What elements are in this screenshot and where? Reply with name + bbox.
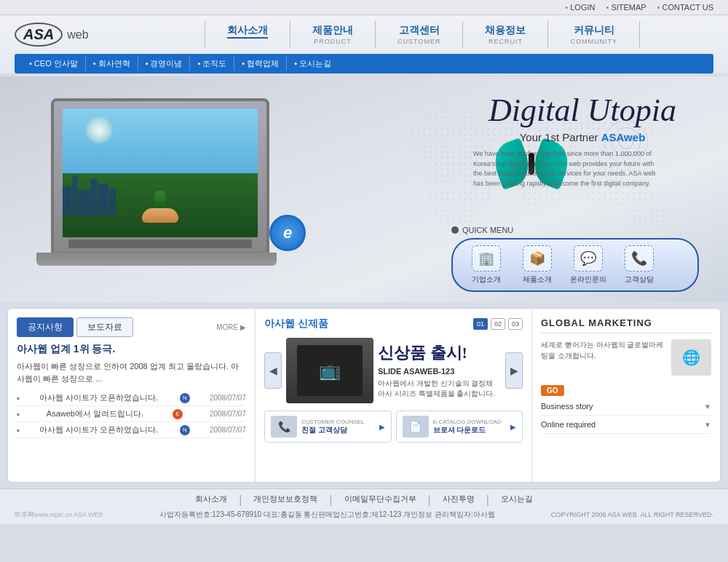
- news-panel: 공지사항 보도자료 MORE ▶ 아사웹 업계 1위 등극. 아사웹이 빠른 성…: [8, 309, 256, 482]
- list-item[interactable]: 아사웹 사이트가 오픈하였습니다. N 2008/07/07: [17, 422, 246, 438]
- products-icon: 📦: [523, 245, 552, 272]
- qm-support[interactable]: 📞 고객상담: [617, 245, 661, 285]
- nav-item-customer[interactable]: 고객센터 CUSTOMER: [376, 21, 463, 48]
- download-arrow: ▶: [510, 423, 516, 431]
- catalog-download[interactable]: 📄 E-CATALOG DOWNLOAD 브로셔 다운로드 ▶: [396, 411, 523, 443]
- logo-oval: ASA: [15, 23, 63, 47]
- hero-subtitle: Your 1st Partner ASAweb: [473, 131, 692, 143]
- slider-next[interactable]: ▶: [505, 352, 523, 389]
- product-name: SLIDE ASAWEB-123: [378, 367, 501, 376]
- subnav-ceo[interactable]: CEO 인사말: [22, 57, 86, 71]
- footer-watermark: 昨享网www.nipic.cn ASA WEB: [15, 510, 103, 520]
- footer-info: 사업자등록번호:123-45-678910 대표:홍길동 통신판매업신고번호:제…: [159, 510, 495, 520]
- business-story-link[interactable]: Business story ▼: [541, 402, 711, 416]
- product-section-title: 신제품: [298, 317, 328, 329]
- header: ASA web 회사소개 제품안내 PRODUCT 고객센터 CUSTOMER …: [0, 15, 728, 74]
- nav-item-recruit[interactable]: 채용정보 RECRUIT: [463, 21, 548, 48]
- panel-header: 아사웹 신제품 01 02 03: [264, 317, 523, 331]
- laptop-base: [36, 253, 277, 266]
- top-bar: LOGIN SITEMAP CONTACT US: [0, 0, 728, 15]
- dot-3[interactable]: 03: [508, 318, 523, 330]
- customer-counsel[interactable]: 📞 CUSTOMER COUNSEL 친절 고객상담 ▶: [264, 411, 392, 443]
- footer-link-privacy[interactable]: 개인정보보호정책: [253, 494, 317, 507]
- product-services: 📞 CUSTOMER COUNSEL 친절 고객상담 ▶ 📄 E-CATALOG…: [264, 411, 523, 443]
- list-item[interactable]: Asaweb에서 알려드립니다. E 2008/07/07: [17, 406, 246, 422]
- hero-brand: ASAweb: [601, 131, 646, 143]
- counsel-icon: 📞: [271, 416, 297, 438]
- main-nav: 회사소개 제품안내 PRODUCT 고객센터 CUSTOMER 채용정보 REC…: [131, 21, 713, 48]
- news-more[interactable]: MORE ▶: [216, 323, 246, 331]
- footer-copyright: COPYRIGHT 2008 ASA WEB. ALL RIGHT RESERV…: [551, 511, 713, 518]
- go-button[interactable]: GO: [541, 385, 564, 396]
- counsel-arrow: ▶: [379, 423, 385, 431]
- sitemap-link[interactable]: SITEMAP: [606, 3, 646, 12]
- subnav-philosophy[interactable]: 경영이념: [138, 57, 191, 71]
- footer-link-photo[interactable]: 사진투명: [443, 494, 475, 507]
- footer-link-company[interactable]: 회사소개: [195, 494, 227, 507]
- footer-link-email[interactable]: 이메일무단수집거부: [344, 494, 416, 507]
- bottom-section: 공지사항 보도자료 MORE ▶ 아사웹 업계 1위 등극. 아사웹이 빠른 성…: [7, 308, 721, 483]
- product-info: 신상품 출시! SLIDE ASAWEB-123 아사웹에서 개발한 신기술의 …: [378, 342, 501, 399]
- footer: 회사소개 | 개인정보보호정책 | 이메일무단수집거부 | 사진투명 | 오시는…: [0, 488, 728, 524]
- nav-item-company[interactable]: 회사소개: [205, 21, 290, 48]
- product-korean-title: 신상품 출시!: [378, 342, 501, 364]
- ie-logo: e: [269, 215, 306, 251]
- footer-link-directions[interactable]: 오시는길: [501, 494, 533, 507]
- tab-notice[interactable]: 공지사항: [17, 317, 74, 337]
- global-title: GLOBAL MARKETING: [541, 317, 711, 333]
- footer-links: 회사소개 | 개인정보보호정책 | 이메일무단수집거부 | 사진투명 | 오시는…: [15, 494, 713, 507]
- quick-menu-box: 🏢 기업소개 📦 제품소개 💬 온라인문의 📞 고객상담: [451, 238, 699, 292]
- product-panel: 아사웹 신제품 01 02 03 ◀ 📺 신상품 출시! SLIDE ASAWE…: [256, 309, 532, 482]
- global-panel: GLOBAL MARKETING 세계로 뻗어가는 아사웹의 글로벌마케팅을 소…: [532, 309, 720, 482]
- nav-item-product[interactable]: 제품안내 PRODUCT: [290, 21, 376, 48]
- login-link[interactable]: LOGIN: [565, 3, 595, 12]
- quick-menu-label: QUICK MENU: [462, 226, 513, 234]
- nav-item-community[interactable]: 커뮤니티 COMMUNITY: [548, 21, 640, 48]
- subnav-directions[interactable]: 오시는길: [287, 57, 339, 71]
- news-headline: 아사웹 업계 1위 등극.: [17, 343, 246, 356]
- slider-prev[interactable]: ◀: [264, 352, 282, 389]
- global-links: Business story ▼ Online required ▼: [541, 402, 711, 434]
- product-desc: 아사웹에서 개발한 신기술의 결정체 아사 시리즈 특별제품을 출시합니다.: [378, 379, 501, 399]
- qm-company[interactable]: 🏢 기업소개: [464, 245, 508, 285]
- online-required-arrow: ▼: [704, 421, 711, 429]
- panel-title: 아사웹 신제품: [264, 317, 328, 331]
- logo-brand: ASA: [23, 26, 54, 42]
- business-story-arrow: ▼: [704, 403, 711, 411]
- laptop-image: [51, 98, 269, 255]
- logo-suffix: web: [67, 28, 88, 41]
- online-required-link[interactable]: Online required ▼: [541, 420, 711, 434]
- qm-inquiry[interactable]: 💬 온라인문의: [566, 245, 610, 285]
- global-body: 세계로 뻗어가는 아사웹의 글로벌마케팅을 소개합니다. 🌐: [541, 339, 711, 376]
- hero-description: We have been leading that field since mo…: [473, 149, 662, 189]
- hero-section: e Digital Utopia Your 1st Partner ASAweb…: [0, 76, 728, 302]
- inquiry-icon: 💬: [574, 245, 603, 272]
- quick-menu-dot: [451, 226, 459, 234]
- logo[interactable]: ASA web: [15, 23, 131, 47]
- global-text: 세계로 뻗어가는 아사웹의 글로벌마케팅을 소개합니다.: [541, 339, 665, 376]
- list-item[interactable]: 아사웹 사이트가 오픈하였습니다. N 2008/07/07: [17, 390, 246, 406]
- contact-link[interactable]: CONTACT US: [657, 3, 713, 12]
- panel-dots: 01 02 03: [473, 318, 523, 330]
- global-image: 🌐: [671, 339, 711, 376]
- subnav-history[interactable]: 회사연혁: [86, 57, 138, 71]
- dot-1[interactable]: 01: [473, 318, 488, 330]
- qm-products[interactable]: 📦 제품소개: [515, 245, 559, 285]
- hero-text: Digital Utopia Your 1st Partner ASAweb W…: [473, 95, 692, 189]
- tab-press[interactable]: 보도자료: [76, 317, 133, 337]
- company-icon: 🏢: [472, 245, 501, 272]
- news-tabs: 공지사항 보도자료 MORE ▶: [17, 317, 246, 337]
- product-image: 📺: [286, 338, 373, 403]
- quick-menu-section: QUICK MENU 🏢 기업소개 📦 제품소개 💬 온라인문의 📞 고객상담: [451, 226, 699, 292]
- sub-nav: CEO 인사말 회사연혁 경영이념 조직도 협력업체 오시는길: [15, 54, 713, 74]
- subnav-partner[interactable]: 협력업체: [234, 57, 287, 71]
- news-list: 아사웹 사이트가 오픈하였습니다. N 2008/07/07 Asaweb에서 …: [17, 390, 246, 438]
- hero-title: Digital Utopia: [473, 95, 692, 127]
- support-icon: 📞: [625, 245, 654, 272]
- dot-2[interactable]: 02: [491, 318, 505, 330]
- download-icon: 📄: [403, 416, 429, 438]
- subnav-org[interactable]: 조직도: [190, 57, 234, 71]
- news-body: 아사웹이 빠른 성장으로 인하여 2008 업계 최고 올랐습니다. 아사웹이 …: [17, 360, 246, 384]
- product-slider: ◀ 📺 신상품 출시! SLIDE ASAWEB-123 아사웹에서 개발한 신…: [264, 338, 523, 403]
